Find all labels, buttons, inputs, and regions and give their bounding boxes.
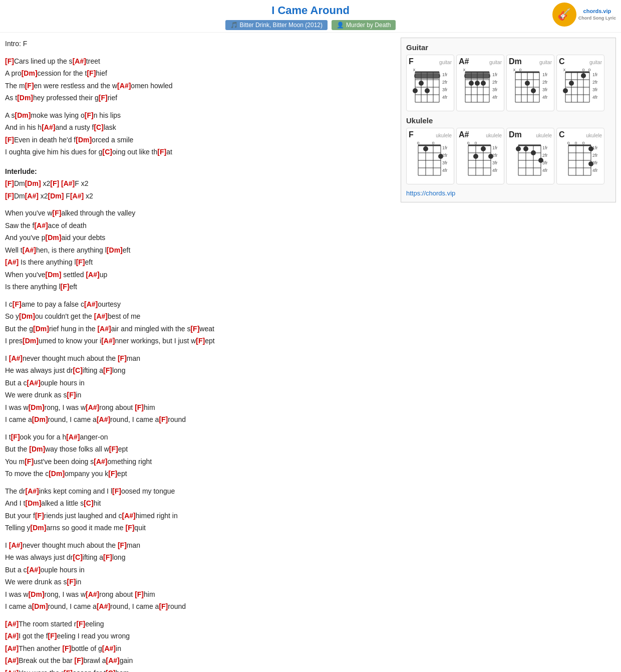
chord-marker[interactable]: [F] <box>76 620 85 628</box>
chord-marker[interactable]: [A#] <box>73 57 86 65</box>
chord-marker[interactable]: [A#] <box>25 487 39 495</box>
chord-marker[interactable]: [A#] <box>122 512 135 520</box>
chord-marker[interactable]: [F] <box>87 69 96 77</box>
chord-marker[interactable]: [A#] <box>5 644 19 652</box>
chord-marker[interactable]: [F] <box>190 325 199 333</box>
chord-marker[interactable]: [A#] <box>94 458 107 466</box>
chord-marker[interactable]: [A#] <box>23 246 36 254</box>
chord-card-as-ukulele[interactable]: A# ukulele o o <box>456 128 504 184</box>
chord-marker[interactable]: [F] <box>196 337 205 345</box>
chord-marker[interactable]: [F] <box>76 258 85 266</box>
guitar-chords-row[interactable]: F guitar <box>406 55 610 111</box>
chord-marker[interactable]: [Dm] <box>15 111 31 119</box>
chord-marker[interactable]: [A#] <box>27 379 41 387</box>
chord-marker[interactable]: [Dm] <box>76 136 92 144</box>
chord-card-as-guitar[interactable]: A# guitar x <box>456 55 504 111</box>
chord-marker[interactable]: [A#] <box>86 403 99 411</box>
chord-marker[interactable]: [Dm] <box>33 325 49 333</box>
chord-marker[interactable]: [A#] <box>86 590 99 598</box>
chord-marker[interactable]: [Dm] <box>19 312 35 320</box>
chord-marker[interactable]: [Dm] <box>48 192 64 200</box>
chord-marker[interactable]: [F] <box>103 553 112 561</box>
chord-marker[interactable]: [F] <box>159 415 168 423</box>
chord-marker[interactable]: [A#] <box>5 669 19 673</box>
chord-marker[interactable]: [A#] <box>61 179 75 187</box>
chord-card-c-ukulele[interactable]: C ukulele o o <box>556 128 604 184</box>
chord-marker[interactable]: [A#] <box>42 123 55 131</box>
chord-marker[interactable]: [A#] <box>66 433 80 441</box>
chord-marker[interactable]: [C] <box>106 669 115 673</box>
chord-marker[interactable]: [F] <box>50 179 59 187</box>
chord-marker[interactable]: [A#] <box>97 325 111 333</box>
tag-artist[interactable]: 👤 Murder by Death <box>332 20 396 30</box>
chord-marker[interactable]: [F] <box>67 391 76 399</box>
chord-marker[interactable]: [F] <box>62 644 71 652</box>
chord-marker[interactable]: [A#] <box>5 632 19 640</box>
chord-marker[interactable]: [F] <box>11 433 20 441</box>
chord-marker[interactable]: [F] <box>135 590 144 598</box>
chord-marker[interactable]: [A#] <box>34 221 48 230</box>
chord-marker[interactable]: [A#] <box>97 415 110 423</box>
chord-marker[interactable]: [F] <box>118 541 127 549</box>
chord-marker[interactable]: [A#] <box>27 566 41 574</box>
chord-marker[interactable]: [Dm] <box>49 470 65 478</box>
chord-marker[interactable]: [A#] <box>94 312 108 320</box>
chord-marker[interactable]: [A#] <box>9 354 23 362</box>
chord-marker[interactable]: [A#] <box>117 82 131 90</box>
chord-card-c-guitar[interactable]: C guitar x <box>556 55 604 111</box>
chord-marker[interactable]: [Dm] <box>29 445 45 453</box>
chord-marker[interactable]: [A#] <box>106 656 120 664</box>
chord-marker[interactable]: [F] <box>159 602 168 610</box>
chord-marker[interactable]: [F] <box>157 148 166 156</box>
chord-marker[interactable]: [F] <box>108 470 117 478</box>
chord-marker[interactable]: [F] <box>25 458 34 466</box>
chord-card-f-guitar[interactable]: F guitar <box>406 55 454 111</box>
chord-marker[interactable]: [Dm] <box>31 524 47 532</box>
chord-marker[interactable]: [F] <box>5 179 14 187</box>
chord-marker[interactable]: [Dm] <box>46 234 62 242</box>
chord-marker[interactable]: [F] <box>48 632 57 640</box>
chord-marker[interactable]: [Dm] <box>23 337 39 345</box>
chord-marker[interactable]: [F] <box>67 578 76 586</box>
chord-marker[interactable]: [F] <box>13 300 22 308</box>
chord-marker[interactable]: [A#] <box>84 300 98 308</box>
chord-marker[interactable]: [A#] <box>5 656 19 664</box>
chord-marker[interactable]: [C] <box>84 499 93 507</box>
chord-marker[interactable]: [F] <box>5 192 14 200</box>
chord-marker[interactable]: [F] <box>112 487 121 495</box>
ukulele-chords-row[interactable]: F ukulele o <box>406 128 610 184</box>
chord-marker[interactable]: [Dm] <box>32 602 48 610</box>
chord-marker[interactable]: [F] <box>109 445 118 453</box>
chord-marker[interactable]: [Dm] <box>22 69 38 77</box>
chord-marker[interactable]: [Dm] <box>32 415 48 423</box>
chord-marker[interactable]: [F] <box>135 403 144 411</box>
chord-marker[interactable]: [Dm] <box>17 94 33 102</box>
chord-marker[interactable]: [Dm] <box>29 403 45 411</box>
chord-marker[interactable]: [A#] <box>25 192 39 200</box>
chord-marker[interactable]: [C] <box>73 553 82 561</box>
chord-marker[interactable]: [A#] <box>5 258 19 266</box>
chord-marker[interactable]: [F] <box>99 94 108 102</box>
chord-marker[interactable]: [A#] <box>102 644 116 652</box>
website-url[interactable]: https://chords.vip <box>406 189 610 197</box>
chord-marker[interactable]: [F] <box>53 209 62 217</box>
chord-marker[interactable]: [F] <box>118 354 127 362</box>
chord-marker[interactable]: [Dm] <box>25 499 41 507</box>
chord-marker[interactable]: [Dm] <box>25 179 41 187</box>
chord-marker[interactable]: [Dm] <box>46 271 62 279</box>
chord-marker[interactable]: [F] <box>64 669 73 673</box>
chord-marker[interactable]: [C] <box>94 123 103 131</box>
chord-marker[interactable]: [F] <box>103 366 112 374</box>
chord-marker[interactable]: [A#] <box>9 541 23 549</box>
chord-marker[interactable]: [A#] <box>97 602 110 610</box>
chord-card-dm-ukulele[interactable]: Dm ukulele <box>506 128 554 184</box>
chord-marker[interactable]: [F] <box>75 656 84 664</box>
chord-marker[interactable]: [Dm] <box>107 246 123 254</box>
chord-marker[interactable]: [F] <box>125 524 134 532</box>
chord-marker[interactable]: [F] <box>5 57 14 65</box>
chord-marker[interactable]: [Dm] <box>29 590 45 598</box>
chord-card-dm-guitar[interactable]: Dm guitar x <box>506 55 554 111</box>
chord-marker[interactable]: [A#] <box>70 192 84 200</box>
chord-marker[interactable]: [A#] <box>101 337 115 345</box>
chord-marker[interactable]: [F] <box>35 512 44 520</box>
